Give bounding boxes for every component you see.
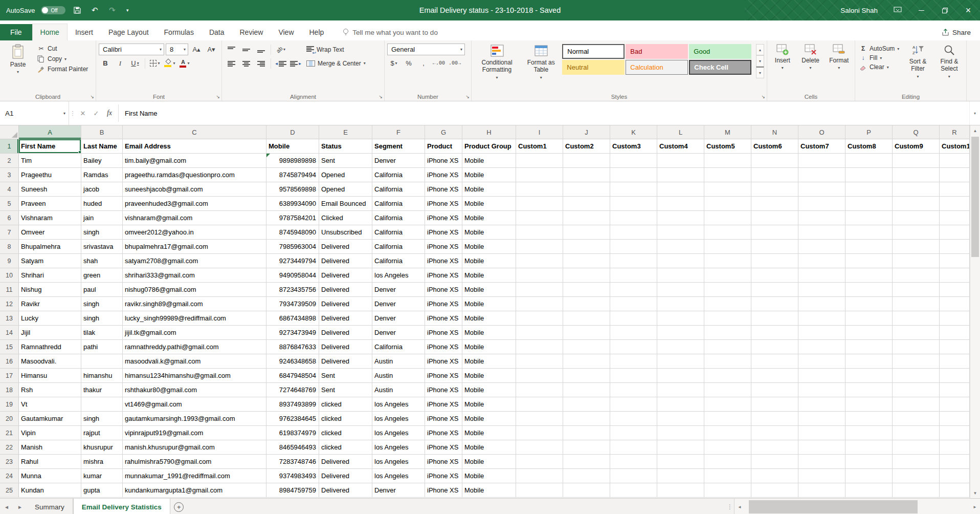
row-header-24[interactable]: 24 [0,469,19,483]
cell-F25[interactable]: Denver [372,483,425,498]
cell-K8[interactable] [610,240,657,254]
cell-J5[interactable] [563,197,610,211]
cell-L13[interactable] [657,311,704,326]
top-align-button[interactable] [225,44,238,55]
cell-J13[interactable] [563,311,610,326]
column-header-N[interactable]: N [751,125,798,139]
sheet-tab-summary[interactable]: Summary [27,499,73,514]
cell-B18[interactable]: thakur [81,383,123,397]
cell-I25[interactable] [516,483,563,498]
save-button[interactable] [72,6,83,14]
cell-L23[interactable] [657,455,704,469]
cell-style-check-cell[interactable]: Check Cell [689,60,751,75]
cell-F23[interactable]: los Angeles [372,455,425,469]
cell-N20[interactable] [751,412,798,426]
cell-D22[interactable]: 8465946493 [266,440,319,455]
cell-D24[interactable]: 9374983493 [266,469,319,483]
select-all-button[interactable] [0,125,19,139]
cell-J11[interactable] [563,283,610,297]
cell-N16[interactable] [751,354,798,369]
row-header-1[interactable]: 1 [0,139,19,154]
close-button[interactable]: × [956,0,980,20]
cell-N11[interactable] [751,283,798,297]
scroll-up-button[interactable]: ▲ [970,125,980,136]
gallery-scroll-down-button[interactable]: ▼ [756,55,764,67]
find-select-button[interactable]: Find & Select ▾ [935,42,964,92]
cell-G4[interactable]: iPhone XS [425,182,462,197]
orientation-button[interactable]: ab ▾ [274,44,287,55]
row-header-16[interactable]: 16 [0,354,19,369]
align-center-button[interactable] [239,57,253,69]
cell-M22[interactable] [704,440,751,455]
cell-P18[interactable] [845,383,893,397]
cell-O3[interactable] [798,168,845,182]
cell-P13[interactable] [845,311,893,326]
cell-Q2[interactable] [893,154,940,168]
cell-B5[interactable]: huded [81,197,123,211]
cell-R16[interactable] [940,354,970,369]
customize-qat-button[interactable]: ▾ [124,8,131,13]
cell-H8[interactable]: Mobile [462,240,516,254]
cell-N6[interactable] [751,211,798,225]
cell-B4[interactable]: jacob [81,182,123,197]
cell-H22[interactable]: Mobile [462,440,516,455]
cell-style-good[interactable]: Good [689,44,751,59]
cell-F22[interactable]: los Angeles [372,440,425,455]
row-header-19[interactable]: 19 [0,397,19,412]
column-header-A[interactable]: A [19,125,81,139]
cell-K25[interactable] [610,483,657,498]
cell-E18[interactable]: Sent [319,383,372,397]
cell-P24[interactable] [845,469,893,483]
cell-F20[interactable]: los Angeles [372,412,425,426]
cell-Q17[interactable] [893,369,940,383]
cell-G11[interactable]: iPhone XS [425,283,462,297]
copy-button[interactable]: Copy ▾ [36,54,90,63]
cell-L7[interactable] [657,225,704,240]
cell-F5[interactable]: California [372,197,425,211]
cell-R11[interactable] [940,283,970,297]
cell-B14[interactable]: tilak [81,326,123,340]
sheet-tab-email-delivery-statistics[interactable]: Email Delivery Statistics [73,499,170,514]
cell-E7[interactable]: Unsubscribed [319,225,372,240]
cell-E25[interactable]: Delivered [319,483,372,498]
fill-color-button[interactable]: ▾ [163,57,176,69]
cell-H9[interactable]: Mobile [462,254,516,268]
cell-E4[interactable]: Opened [319,182,372,197]
cell-G9[interactable]: iPhone XS [425,254,462,268]
cell-N23[interactable] [751,455,798,469]
cell-L16[interactable] [657,354,704,369]
cell-R1[interactable]: Custom10 [940,139,970,154]
cell-M5[interactable] [704,197,751,211]
cell-O13[interactable] [798,311,845,326]
cell-L25[interactable] [657,483,704,498]
cell-F2[interactable]: Denver [372,154,425,168]
cell-O15[interactable] [798,340,845,354]
column-header-B[interactable]: B [81,125,123,139]
cell-G12[interactable]: iPhone XS [425,297,462,311]
cell-G10[interactable]: iPhone XS [425,268,462,283]
cell-style-neutral[interactable]: Neutral [562,60,625,75]
cell-R24[interactable] [940,469,970,483]
cell-C6[interactable]: vishnaram@gmail.com [123,211,266,225]
cancel-entry-button[interactable]: ✕ [76,101,90,125]
cell-D23[interactable]: 7283748746 [266,455,319,469]
cell-N13[interactable] [751,311,798,326]
cell-L10[interactable] [657,268,704,283]
cell-F16[interactable]: Austin [372,354,425,369]
clipboard-dialog-launcher[interactable]: ↘ [90,94,94,99]
cell-R23[interactable] [940,455,970,469]
tab-data[interactable]: Data [202,24,232,40]
cell-O5[interactable] [798,197,845,211]
cell-G3[interactable]: iPhone XS [425,168,462,182]
cell-A8[interactable]: Bhupalmehra [19,240,81,254]
cell-E9[interactable]: Delivered [319,254,372,268]
cell-D9[interactable]: 9273449794 [266,254,319,268]
shrink-font-button[interactable]: A▾ [205,44,218,55]
cell-B7[interactable]: singh [81,225,123,240]
cell-B3[interactable]: Ramdas [81,168,123,182]
cell-R13[interactable] [940,311,970,326]
cell-A16[interactable]: Masoodvali. [19,354,81,369]
cell-K23[interactable] [610,455,657,469]
cell-M19[interactable] [704,397,751,412]
cell-M15[interactable] [704,340,751,354]
